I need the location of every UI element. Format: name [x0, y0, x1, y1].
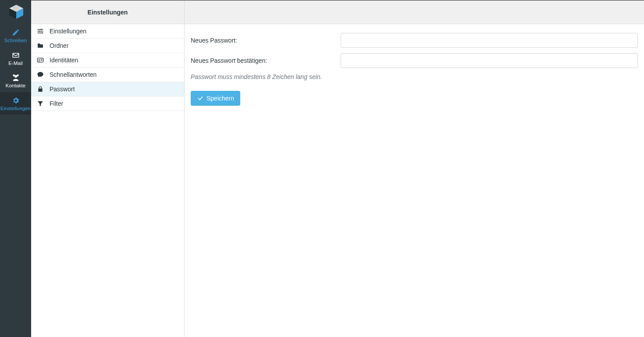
task-mail[interactable]: E-Mail: [0, 47, 31, 70]
password-hint: Passwort muss mindestens 8 Zeichen lang …: [191, 73, 638, 80]
settings-item-label: Ordner: [50, 42, 69, 49]
settings-item-filter[interactable]: Filter: [31, 97, 184, 111]
settings-sidebar-title: Einstellungen: [31, 0, 184, 24]
settings-item-password[interactable]: Passwort: [31, 82, 184, 97]
comment-icon: [36, 71, 44, 78]
check-icon: [197, 95, 204, 101]
gear-icon: [11, 97, 20, 104]
label-confirm-password: Neues Passwort bestätigen:: [191, 57, 341, 64]
filter-icon: [36, 100, 44, 107]
row-confirm-password: Neues Passwort bestätigen:: [191, 53, 638, 68]
folder-icon: [36, 42, 44, 49]
settings-item-preferences[interactable]: Einstellungen: [31, 24, 184, 39]
settings-item-folders[interactable]: Ordner: [31, 39, 184, 53]
settings-item-identities[interactable]: Identitäten: [31, 53, 184, 68]
task-compose[interactable]: Schreiben: [0, 24, 31, 47]
task-compose-label: Schreiben: [4, 38, 27, 43]
svg-point-7: [42, 32, 43, 34]
sliders-icon: [36, 28, 44, 35]
settings-item-label: Filter: [50, 100, 63, 107]
task-mail-label: E-Mail: [8, 61, 23, 66]
settings-item-responses[interactable]: Schnellantworten: [31, 68, 184, 82]
mail-icon: [11, 51, 20, 59]
compose-icon: [11, 29, 20, 36]
task-contacts[interactable]: Kontakte: [0, 69, 31, 92]
svg-point-9: [39, 59, 40, 61]
lock-icon: [36, 86, 44, 93]
password-form: Neues Passwort: Neues Passwort bestätige…: [185, 24, 644, 115]
settings-item-label: Identitäten: [50, 57, 78, 64]
contacts-icon: [11, 74, 20, 82]
label-new-password: Neues Passwort:: [191, 37, 341, 44]
settings-list: Einstellungen Ordner Identitäten Schnell…: [31, 24, 184, 337]
svg-point-6: [39, 31, 40, 32]
settings-item-label: Schnellantworten: [50, 71, 96, 78]
cube-icon: [7, 4, 25, 22]
task-settings[interactable]: Einstellungen: [0, 92, 31, 115]
settings-item-label: Einstellungen: [50, 28, 86, 35]
content-header: [185, 0, 644, 24]
save-button[interactable]: Speichern: [191, 91, 240, 106]
row-new-password: Neues Passwort:: [191, 33, 638, 48]
settings-item-label: Passwort: [50, 86, 75, 93]
settings-sidebar: Einstellungen Einstellungen Ordner Ident…: [31, 0, 185, 337]
idcard-icon: [36, 57, 44, 64]
task-contacts-label: Kontakte: [6, 83, 25, 89]
taskbar: Schreiben E-Mail Kontakte Einstellungen: [0, 0, 31, 337]
app-logo: [0, 0, 31, 24]
input-new-password[interactable]: [341, 33, 638, 48]
svg-point-5: [41, 29, 42, 30]
content-area: Neues Passwort: Neues Passwort bestätige…: [185, 0, 644, 337]
input-confirm-password[interactable]: [341, 53, 638, 68]
task-settings-label: Einstellungen: [0, 106, 31, 111]
save-button-label: Speichern: [206, 95, 234, 102]
